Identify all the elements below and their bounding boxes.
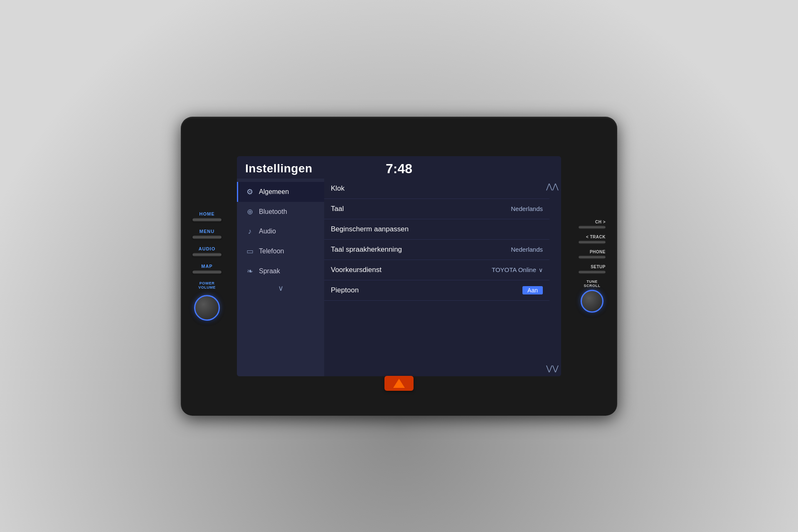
scroll-down-button[interactable]: ⋁⋁	[544, 362, 561, 375]
clock-display: 7:48	[386, 161, 412, 177]
left-controls-panel: HOME MENU AUDIO MAP POWERVOLUME	[192, 211, 222, 321]
audio-bar	[192, 253, 222, 256]
tune-knob[interactable]	[581, 290, 603, 313]
gear-icon: ⚙	[245, 187, 255, 196]
menu-button[interactable]: MENU	[192, 229, 222, 239]
map-bar	[192, 270, 222, 274]
ch-button[interactable]: CH >	[579, 219, 606, 228]
bluetooth-icon: ⊕	[245, 207, 255, 216]
volume-knob[interactable]	[194, 295, 220, 321]
settings-menu: ⚙ Algemeen ⊕ Bluetooth ♪ Audio ▭ Telefoo…	[237, 179, 324, 376]
unit-bezel: HOME MENU AUDIO MAP POWERVOLUME	[181, 117, 617, 416]
hazard-button[interactable]	[384, 376, 414, 391]
dashboard: HOME MENU AUDIO MAP POWERVOLUME	[0, 0, 798, 532]
audio-button[interactable]: AUDIO	[192, 246, 222, 256]
phone-bar	[579, 255, 606, 258]
track-button[interactable]: < TRACK	[579, 234, 606, 243]
map-button[interactable]: MAP	[192, 264, 222, 274]
phone-icon: ▭	[245, 247, 255, 256]
list-item-taal[interactable]: Taal Nederlands	[324, 199, 549, 219]
hazard-triangle-icon	[393, 379, 405, 388]
menu-item-bluetooth[interactable]: ⊕ Bluetooth	[237, 202, 324, 222]
audio-icon: ♪	[245, 227, 255, 236]
right-controls-panel: CH > < TRACK PHONE SETUP TUNESCROLL	[579, 219, 606, 313]
menu-scroll-down[interactable]: ∨	[237, 281, 324, 295]
list-item-beginscherm[interactable]: Beginscherm aanpassen	[324, 219, 549, 240]
tune-scroll-knob[interactable]: TUNESCROLL	[581, 279, 603, 313]
home-button[interactable]: HOME	[192, 211, 222, 221]
dropdown-arrow-icon: ∨	[539, 267, 543, 273]
home-bar	[192, 218, 222, 221]
settings-content: ⋀⋀ Klok Taal Nederlands Beginscherm aanp…	[324, 179, 561, 376]
scroll-up-button[interactable]: ⋀⋀	[544, 180, 561, 193]
menu-bar	[192, 235, 222, 239]
ch-bar	[579, 226, 606, 228]
menu-item-audio[interactable]: ♪ Audio	[237, 222, 324, 241]
phone-button[interactable]: PHONE	[579, 249, 606, 258]
content-list: ⋀⋀ Klok Taal Nederlands Beginscherm aanp…	[324, 179, 561, 376]
menu-item-spraak[interactable]: ❧ Spraak	[237, 261, 324, 281]
setup-button[interactable]: SETUP	[579, 264, 606, 273]
toggle-aan[interactable]: Aan	[522, 286, 543, 294]
track-bar	[579, 240, 606, 243]
page-title: Instellingen	[245, 162, 313, 175]
screen-header: Instellingen 7:48	[237, 156, 561, 179]
list-item-voorkeursdienst[interactable]: Voorkeursdienst TOYOTA Online ∨	[324, 260, 549, 280]
menu-item-algemeen[interactable]: ⚙ Algemeen	[237, 182, 324, 202]
hazard-area	[384, 376, 414, 391]
list-item-klok[interactable]: Klok	[324, 179, 549, 199]
voice-icon: ❧	[245, 267, 255, 276]
list-item-taal-spraak[interactable]: Taal spraakherkenning Nederlands	[324, 240, 549, 260]
screen-body: ⚙ Algemeen ⊕ Bluetooth ♪ Audio ▭ Telefoo…	[237, 179, 561, 376]
menu-item-telefoon[interactable]: ▭ Telefoon	[237, 241, 324, 261]
setup-bar	[579, 270, 606, 273]
list-item-pieptoon[interactable]: Pieptoon Aan	[324, 280, 549, 301]
infotainment-screen: Instellingen 7:48 ⚙ Algemeen ⊕ Bluetooth…	[237, 156, 561, 376]
power-volume-knob[interactable]: POWERVOLUME	[194, 281, 220, 321]
